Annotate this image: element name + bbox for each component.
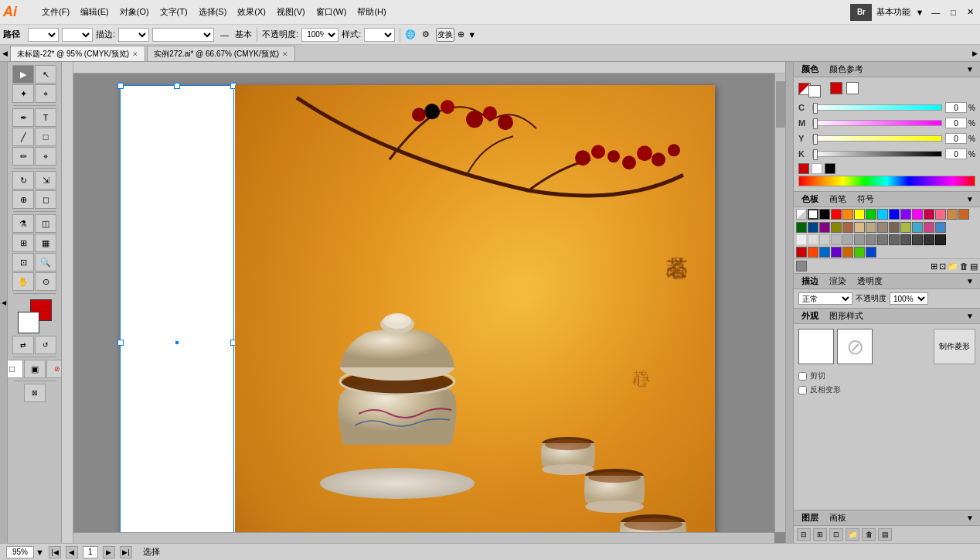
select-tool[interactable]: ▶ <box>12 65 34 84</box>
gs-swatch-white[interactable] <box>798 329 834 364</box>
extra-tool[interactable]: ⊙ <box>35 272 56 291</box>
swatch-rm[interactable] <box>924 209 934 220</box>
nav-prev[interactable]: ◀ <box>66 546 78 558</box>
rainbow-bar[interactable] <box>798 176 975 186</box>
menu-effect[interactable]: 效果(X) <box>233 5 271 19</box>
swatch-g1[interactable] <box>796 234 807 245</box>
swatch-gc[interactable] <box>924 234 934 245</box>
gradient-fill-icon[interactable]: ▣ <box>24 360 46 378</box>
color-ref-tab[interactable]: 颜色参考 <box>826 62 866 77</box>
no-fill-icon[interactable]: ⊘ <box>46 360 63 378</box>
k-thumb[interactable] <box>813 149 818 160</box>
zoom-dropdown-icon[interactable]: ▼ <box>36 548 44 557</box>
default-colors-icon[interactable]: ↺ <box>35 336 56 354</box>
scrollbar-thumb-v[interactable] <box>776 81 785 128</box>
swatch-g3[interactable] <box>819 234 830 245</box>
brushes-tab[interactable]: 画笔 <box>826 192 849 207</box>
k-input[interactable] <box>945 149 967 159</box>
opacity-dropdown[interactable]: 100% <box>301 28 339 42</box>
swatch-c6[interactable] <box>854 247 865 258</box>
nav-first[interactable]: |◀ <box>49 546 61 558</box>
handle-tl[interactable] <box>117 83 124 89</box>
swatch-delete-icon[interactable]: 🗑 <box>960 261 968 271</box>
c-input[interactable] <box>945 102 967 113</box>
render-tab[interactable]: 渲染 <box>826 274 849 289</box>
appearance-tab[interactable]: 外观 <box>798 309 822 323</box>
menu-window[interactable]: 窗口(W) <box>311 5 352 19</box>
right-panel-expander[interactable] <box>785 62 793 543</box>
left-panel-expander[interactable]: ◀ <box>0 62 8 543</box>
swatch-g4[interactable] <box>831 234 842 245</box>
m-thumb[interactable] <box>813 118 818 129</box>
eraser-tool[interactable]: ◻ <box>35 190 56 209</box>
swatch-g[interactable] <box>866 209 876 220</box>
vertical-scrollbar[interactable] <box>774 73 785 532</box>
menu-edit[interactable]: 编辑(E) <box>76 5 114 19</box>
transform-options-icon[interactable]: ⊕ <box>458 29 464 39</box>
swatch-lib-icon[interactable] <box>796 261 807 271</box>
pen-tool[interactable]: ✒ <box>12 108 34 127</box>
stroke-icon-small[interactable] <box>808 85 821 97</box>
blend-tool[interactable]: ⊕ <box>12 190 34 209</box>
swatch-o[interactable] <box>842 209 853 220</box>
opacity-tab[interactable]: 透明度 <box>854 274 886 289</box>
stroke-tab[interactable]: 描边 <box>798 274 822 289</box>
layers-icon-3[interactable]: ⊡ <box>829 528 843 541</box>
swatch-y[interactable] <box>854 209 865 220</box>
tab-1-close[interactable]: ✕ <box>282 50 288 58</box>
appearance-options-icon[interactable]: ▼ <box>965 276 975 287</box>
layers-options-icon[interactable]: ▼ <box>965 513 975 524</box>
handle-tm[interactable] <box>174 83 180 89</box>
menu-object[interactable]: 对象(O) <box>115 5 154 19</box>
more-options-icon[interactable]: ▼ <box>468 30 476 39</box>
gradient-tool[interactable]: ◫ <box>35 214 56 233</box>
swatch-white[interactable] <box>808 209 818 220</box>
swatch-b[interactable] <box>889 209 900 220</box>
zoom-input[interactable] <box>6 546 34 558</box>
menu-file[interactable]: 文件(F) <box>37 5 74 19</box>
m-input[interactable] <box>945 118 967 128</box>
y-input[interactable] <box>945 133 967 144</box>
bottom-options-icon[interactable]: ▼ <box>965 311 975 322</box>
pencil-tool[interactable]: ✏ <box>12 147 34 166</box>
tab-0[interactable]: 未标题-22* @ 95% (CMYK/预览) ✕ <box>10 46 145 61</box>
chart-tool[interactable]: ▦ <box>35 234 56 252</box>
swatch-g7[interactable] <box>866 234 876 245</box>
reflect-checkbox[interactable] <box>798 386 807 394</box>
artboards-tab[interactable]: 画板 <box>826 510 849 525</box>
horizontal-scrollbar[interactable] <box>73 532 774 543</box>
swatch-c3[interactable] <box>819 247 830 258</box>
swatch-g9[interactable] <box>889 234 900 245</box>
quick-swatch-black[interactable] <box>825 163 835 174</box>
swatch-ko[interactable] <box>877 222 888 233</box>
graphic-style-tab[interactable]: 图形样式 <box>826 309 866 323</box>
gs-swatch-none[interactable]: ⊘ <box>837 329 873 364</box>
rotate-tool[interactable]: ↻ <box>12 171 34 190</box>
layers-icon-1[interactable]: ⊟ <box>797 528 811 541</box>
color-tab[interactable]: 颜色 <box>798 62 822 77</box>
quick-swatch-white[interactable] <box>812 163 822 174</box>
magic-wand-tool[interactable]: ✦ <box>12 84 34 103</box>
swatch-copy-icon[interactable]: ⊡ <box>939 261 946 271</box>
swatch-dp[interactable] <box>819 222 830 233</box>
transform-button[interactable]: 变换 <box>436 28 454 42</box>
swatch-g2[interactable] <box>808 234 818 245</box>
swatch-dy[interactable] <box>831 222 842 233</box>
m-slider[interactable] <box>812 120 942 126</box>
tabs-collapse-icon[interactable]: ◀ <box>0 50 10 57</box>
screen-mode-icon[interactable]: ⊠ <box>24 384 46 402</box>
direct-select-tool[interactable]: ↖ <box>35 65 56 84</box>
background-swatch[interactable] <box>18 312 39 333</box>
swatch-folder-icon[interactable]: 📁 <box>948 261 958 271</box>
swatch-or[interactable] <box>958 209 969 220</box>
swatch-g5[interactable] <box>842 234 853 245</box>
scale-tool[interactable]: ⇲ <box>35 171 56 190</box>
swatch-none[interactable] <box>796 209 807 220</box>
c-thumb[interactable] <box>813 103 818 114</box>
y-slider[interactable] <box>812 135 942 142</box>
slice-tool[interactable]: ⊡ <box>12 253 34 271</box>
swatch-g6[interactable] <box>854 234 865 245</box>
mesh-tool[interactable]: ⊞ <box>12 234 34 252</box>
swatch-c[interactable] <box>877 209 888 220</box>
swatch-g8[interactable] <box>877 234 888 245</box>
